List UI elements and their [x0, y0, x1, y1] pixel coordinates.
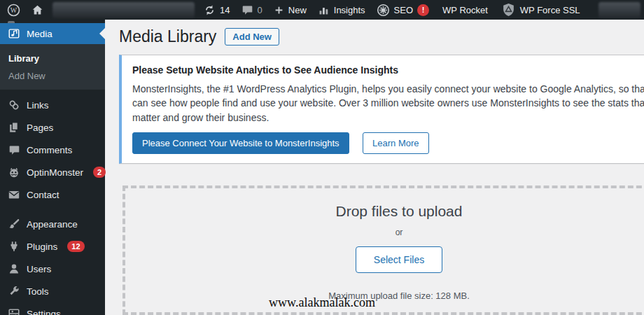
optinmonster-icon	[8, 166, 20, 178]
page-title: Media Library	[119, 27, 216, 46]
plus-icon	[274, 5, 284, 15]
links-icon	[8, 99, 20, 111]
tools-wrench-icon	[8, 285, 20, 298]
sidebar-item-label: Settings	[27, 309, 61, 315]
plugins-count-badge: 12	[67, 241, 84, 252]
home-menu[interactable]	[26, 0, 49, 20]
watermark: www.alakmalak.com	[269, 295, 375, 310]
sidebar-menu: Links Pages Comments	[0, 90, 105, 315]
updates-count: 14	[220, 5, 230, 15]
wordpress-logo-icon: W	[7, 4, 20, 17]
wp-force-ssl-label: WP Force SSL	[520, 5, 580, 15]
contact-envelope-icon	[8, 188, 20, 201]
update-icon	[204, 4, 216, 16]
drop-files-zone[interactable]: Drop files to upload or Select Files Max…	[122, 186, 644, 315]
sidebar-item-links[interactable]: Links	[0, 94, 105, 116]
sidebar-item-label: Pages	[27, 122, 53, 133]
sidebar-item-contact[interactable]: Contact	[0, 183, 105, 206]
sidebar-item-plugins[interactable]: Plugins 12	[0, 235, 105, 258]
sidebar-item-pages[interactable]: Pages	[0, 116, 105, 139]
sidebar-item-label: Comments	[27, 145, 72, 155]
users-icon	[8, 262, 20, 275]
sidebar-item-tools[interactable]: Tools	[0, 280, 105, 302]
sidebar-item-optinmonster[interactable]: OptinMonster 2	[0, 161, 105, 183]
notice-heading: Please Setup Website Analytics to See Au…	[132, 64, 644, 76]
wp-logo-menu[interactable]: W	[1, 0, 26, 20]
seo-alert-badge: !	[417, 4, 429, 16]
optinmonster-count-badge: 2	[93, 167, 106, 178]
main-content: Media Library Add New Please Setup Websi…	[105, 20, 644, 315]
connect-monsterinsights-button[interactable]: Please Connect Your Website to MonsterIn…	[132, 132, 349, 154]
sidebar-item-label: Tools	[27, 286, 49, 297]
seo-gear-icon	[377, 4, 390, 17]
comment-bubble-icon	[241, 4, 253, 16]
monsterinsights-notice: Please Setup Website Analytics to See Au…	[119, 55, 644, 164]
wp-logo-letter: W	[10, 6, 18, 14]
sidebar-item-comments[interactable]: Comments	[0, 139, 105, 161]
wp-rocket-menu[interactable]: WP Rocket	[435, 0, 496, 20]
insights-menu[interactable]: Insights	[312, 0, 371, 20]
media-icon	[8, 27, 20, 40]
notice-body: MonsterInsights, the #1 WordPress Analyt…	[132, 82, 644, 125]
blurred-site-name	[52, 2, 195, 18]
add-new-button[interactable]: Add New	[225, 28, 279, 46]
submenu-item-add-new[interactable]: Add New	[0, 67, 105, 85]
sidebar-item-label: Plugins	[27, 241, 57, 252]
appearance-brush-icon	[8, 218, 20, 230]
sidebar-item-label: Contact	[27, 190, 59, 200]
shield-icon	[501, 3, 516, 18]
media-submenu: Library Add New	[0, 44, 105, 90]
sidebar-item-label: OptinMonster	[27, 167, 83, 178]
admin-bar: W 14 0 New Insights	[0, 0, 644, 20]
learn-more-button[interactable]: Learn More	[363, 132, 428, 154]
sidebar-item-label: Appearance	[27, 219, 78, 230]
blurred-admin-bar-item	[598, 2, 640, 18]
submenu-item-library[interactable]: Library	[0, 50, 105, 67]
sidebar-item-label: Links	[27, 100, 49, 111]
drop-files-heading: Drop files to upload	[125, 203, 644, 220]
select-files-button[interactable]: Select Files	[356, 246, 442, 273]
updates-menu[interactable]: 14	[198, 0, 235, 20]
sidebar-item-appearance[interactable]: Appearance	[0, 213, 105, 235]
seo-menu[interactable]: SEO !	[371, 0, 435, 20]
or-label: or	[125, 227, 644, 237]
max-upload-size-label: Maximum upload file size: 128 MB.	[125, 290, 644, 301]
sidebar-item-label: Media	[27, 29, 52, 39]
comments-count: 0	[258, 5, 262, 15]
new-menu[interactable]: New	[268, 0, 312, 20]
comments-menu[interactable]: 0	[236, 0, 268, 20]
sidebar-item-settings[interactable]: Settings	[0, 302, 105, 315]
wp-rocket-label: WP Rocket	[442, 5, 488, 15]
settings-icon	[8, 307, 20, 315]
seo-label: SEO	[394, 5, 413, 15]
bar-chart-icon	[318, 4, 330, 16]
wp-force-ssl-menu[interactable]: WP Force SSL	[496, 0, 586, 20]
plugins-plug-icon	[8, 240, 20, 253]
new-label: New	[288, 5, 307, 15]
menu-separator	[0, 206, 105, 213]
sidebar-item-users[interactable]: Users	[0, 258, 105, 280]
insights-label: Insights	[334, 5, 365, 15]
admin-sidebar: Media Library Add New Links	[0, 20, 105, 315]
sidebar-item-label: Users	[27, 264, 51, 274]
sidebar-item-media[interactable]: Media	[0, 23, 105, 44]
home-icon	[31, 4, 43, 16]
pages-icon	[8, 121, 20, 134]
comments-icon	[8, 144, 20, 156]
